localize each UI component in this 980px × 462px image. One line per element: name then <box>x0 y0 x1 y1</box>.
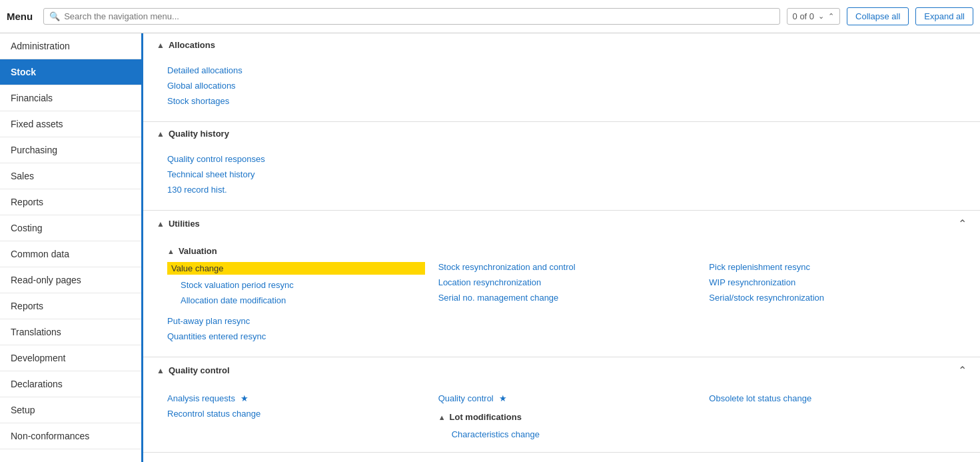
sidebar-item-translations[interactable]: Translations <box>0 319 141 345</box>
allocations-toggle-icon: ▲ <box>157 41 165 50</box>
sidebar-item-financials[interactable]: Financials <box>0 85 141 111</box>
section-quality-history: ▲ Quality history Quality control respon… <box>143 122 980 211</box>
link-analysis-requests-row: Analysis requests ★ <box>167 391 425 405</box>
valuation-label: Valuation <box>179 246 217 256</box>
utilities-toggle-icon: ▲ <box>157 219 165 229</box>
sidebar-item-common-data[interactable]: Common data <box>0 241 141 267</box>
section-quality-control: ▲ Quality control ⌃ Analysis requests ★ … <box>143 357 980 453</box>
valuation-col1: Value change Stock valuation period resy… <box>167 260 425 307</box>
sidebar-item-non-conformances[interactable]: Non-conformances <box>0 423 141 449</box>
valuation-col3: Pick replenishment resync WIP resynchron… <box>709 260 967 307</box>
quality-history-body: Quality control responses Technical shee… <box>143 145 980 210</box>
qc-col1: Analysis requests ★ Recontrol status cha… <box>167 391 425 441</box>
main-layout: Administration Stock Financials Fixed as… <box>0 33 980 462</box>
utilities-label: Utilities <box>169 219 200 229</box>
section-header-utilities[interactable]: ▲ Utilities ⌃ <box>143 211 980 237</box>
qc-col3: Obsolete lot status change <box>709 391 967 441</box>
section-utilities: ▲ Utilities ⌃ ▲ Valuation Value change S… <box>143 211 980 357</box>
link-technical-sheet-history[interactable]: Technical sheet history <box>167 169 967 179</box>
valuation-toggle-icon: ▲ <box>167 247 175 255</box>
link-quality-control[interactable]: Quality control <box>438 393 494 403</box>
sidebar-item-reports[interactable]: Reports <box>0 189 141 215</box>
quality-control-collapse-icon[interactable]: ⌃ <box>958 364 967 377</box>
allocations-items: Detailed allocations Global allocations … <box>167 63 967 108</box>
sidebar-item-administration[interactable]: Administration <box>0 33 141 59</box>
expand-all-button[interactable]: Expand all <box>915 7 973 25</box>
counter-value: 0 of 0 <box>793 11 815 21</box>
sidebar-item-read-only-pages[interactable]: Read-only pages <box>0 267 141 293</box>
lot-modifications-header[interactable]: ▲ Lot modifications <box>438 412 696 422</box>
valuation-columns: Value change Stock valuation period resy… <box>167 260 967 307</box>
link-detailed-allocations[interactable]: Detailed allocations <box>167 65 967 75</box>
link-quality-control-row: Quality control ★ <box>438 391 696 405</box>
section-header-quality-history[interactable]: ▲ Quality history <box>143 122 980 145</box>
link-allocation-date-modification[interactable]: Allocation date modification <box>167 295 425 305</box>
section-header-quality-control[interactable]: ▲ Quality control ⌃ <box>143 357 980 383</box>
sidebar-item-costing[interactable]: Costing <box>0 215 141 241</box>
link-obsolete-lot-status-change[interactable]: Obsolete lot status change <box>709 393 967 403</box>
search-input[interactable] <box>64 11 773 21</box>
link-quality-control-responses[interactable]: Quality control responses <box>167 154 967 164</box>
sidebar-item-setup[interactable]: Setup <box>0 397 141 423</box>
sidebar-item-stock[interactable]: Stock <box>0 59 141 85</box>
quality-control-star: ★ <box>499 393 507 403</box>
sidebar-item-reports2[interactable]: Reports <box>0 293 141 319</box>
allocations-label: Allocations <box>169 40 215 50</box>
quality-history-label: Quality history <box>169 129 229 139</box>
link-location-resync[interactable]: Location resynchronization <box>438 277 696 287</box>
quality-control-columns: Analysis requests ★ Recontrol status cha… <box>167 391 967 441</box>
analysis-requests-star: ★ <box>241 393 248 403</box>
quality-history-toggle-icon: ▲ <box>157 129 165 139</box>
lot-modifications-label: Lot modifications <box>450 412 522 422</box>
nav-counter: 0 of 0 ⌄ ⌃ <box>787 8 841 25</box>
link-serial-management-change[interactable]: Serial no. management change <box>438 293 696 303</box>
menu-label: Menu <box>7 11 33 22</box>
link-serial-stock-resync[interactable]: Serial/stock resynchronization <box>709 293 967 303</box>
link-pick-replenishment-resync[interactable]: Pick replenishment resync <box>709 262 967 272</box>
valuation-header[interactable]: ▲ Valuation <box>167 246 967 256</box>
quality-control-toggle-icon: ▲ <box>157 366 165 375</box>
quality-control-body: Analysis requests ★ Recontrol status cha… <box>143 383 980 452</box>
subsection-valuation: ▲ Valuation Value change Stock valuation… <box>167 246 967 307</box>
utilities-body: ▲ Valuation Value change Stock valuation… <box>143 237 980 357</box>
top-bar: Menu 🔍 0 of 0 ⌄ ⌃ Collapse all Expand al… <box>0 0 980 33</box>
search-icon: 🔍 <box>49 11 60 21</box>
content-area: ▲ Allocations Detailed allocations Globa… <box>143 33 980 462</box>
section-header-allocations[interactable]: ▲ Allocations <box>143 33 980 57</box>
link-put-away-plan-resync[interactable]: Put-away plan resync <box>167 316 967 326</box>
sidebar-item-fixed-assets[interactable]: Fixed assets <box>0 111 141 137</box>
nav-up-arrow[interactable]: ⌃ <box>828 12 834 21</box>
quality-control-label: Quality control <box>169 365 230 375</box>
nav-down-arrow[interactable]: ⌄ <box>818 12 824 21</box>
utilities-extra-items: Put-away plan resync Quantities entered … <box>167 314 967 343</box>
utilities-collapse-icon[interactable]: ⌃ <box>958 217 967 230</box>
qc-col2: Quality control ★ ▲ Lot modifications Ch… <box>438 391 696 441</box>
valuation-col2: Stock resynchronization and control Loca… <box>438 260 696 307</box>
link-130-record-hist[interactable]: 130 record hist. <box>167 185 967 195</box>
link-wip-resync[interactable]: WIP resynchronization <box>709 277 967 287</box>
link-stock-resync-control[interactable]: Stock resynchronization and control <box>438 262 696 272</box>
lot-modifications-toggle-icon: ▲ <box>438 413 446 421</box>
quality-history-items: Quality control responses Technical shee… <box>167 152 967 197</box>
link-recontrol-status-change[interactable]: Recontrol status change <box>167 409 425 419</box>
sidebar-item-declarations[interactable]: Declarations <box>0 371 141 397</box>
sidebar-item-development[interactable]: Development <box>0 345 141 371</box>
link-stock-shortages[interactable]: Stock shortages <box>167 96 967 106</box>
search-container: 🔍 <box>43 8 779 25</box>
section-allocations: ▲ Allocations Detailed allocations Globa… <box>143 33 980 122</box>
sidebar-item-sales[interactable]: Sales <box>0 163 141 189</box>
allocations-body: Detailed allocations Global allocations … <box>143 57 980 121</box>
link-quantities-entered-resync[interactable]: Quantities entered resync <box>167 331 967 341</box>
link-analysis-requests[interactable]: Analysis requests <box>167 393 235 403</box>
link-characteristics-change[interactable]: Characteristics change <box>438 429 696 439</box>
link-value-change[interactable]: Value change <box>167 262 425 275</box>
sidebar-item-purchasing[interactable]: Purchasing <box>0 137 141 163</box>
collapse-all-button[interactable]: Collapse all <box>847 7 909 25</box>
link-global-allocations[interactable]: Global allocations <box>167 81 967 91</box>
link-stock-valuation-period-resync[interactable]: Stock valuation period resync <box>167 280 425 290</box>
sidebar: Administration Stock Financials Fixed as… <box>0 33 143 462</box>
